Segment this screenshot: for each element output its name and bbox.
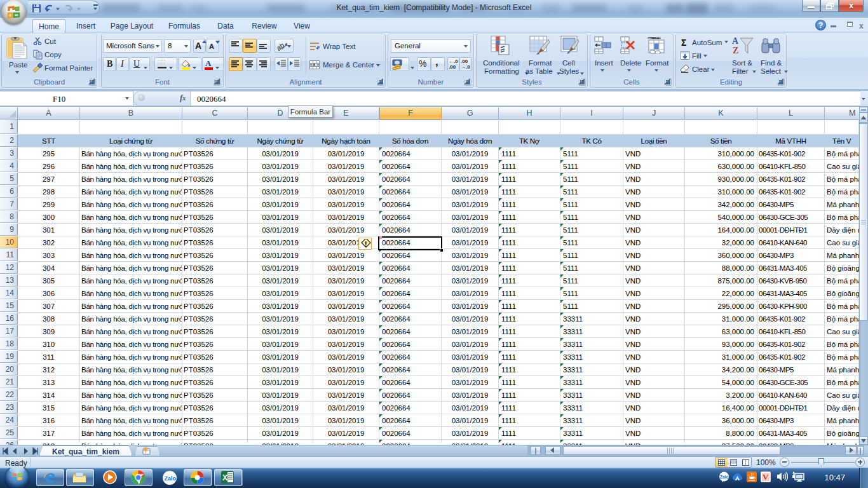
svg-text:Zalo: Zalo (165, 475, 177, 482)
svg-text:A: A (732, 36, 739, 46)
svg-text:a: a (313, 61, 315, 67)
svg-text:V: V (763, 472, 769, 482)
svg-text:X: X (222, 473, 227, 482)
svg-text:Z: Z (733, 46, 738, 55)
svg-text:Zalo: Zalo (720, 475, 728, 479)
